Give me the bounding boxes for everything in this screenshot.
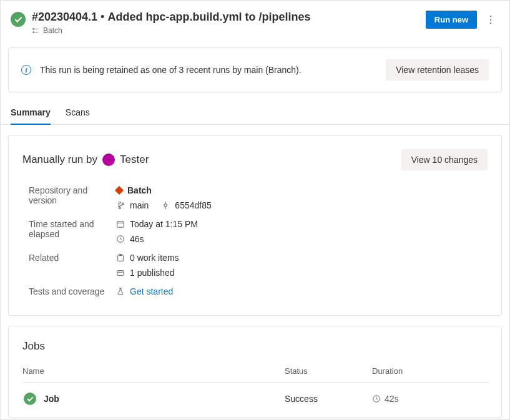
- clock-icon: [372, 394, 381, 403]
- label-related: Related: [29, 253, 109, 278]
- published-link[interactable]: 1 published: [116, 268, 488, 278]
- job-duration-cell: 42s: [372, 394, 488, 404]
- val-repo: Batch main 6554df85: [116, 185, 488, 210]
- pipeline-breadcrumb[interactable]: Batch: [32, 26, 419, 35]
- branch-icon: [116, 201, 125, 210]
- header-actions: Run new ⋮: [426, 11, 499, 29]
- build-title: Added hpc-app.build.yml to /pipelines: [107, 11, 310, 23]
- val-tests: Get started: [116, 286, 488, 296]
- run-new-button[interactable]: Run new: [426, 11, 477, 29]
- col-status: Status: [285, 366, 372, 376]
- job-status: Success: [285, 394, 372, 404]
- tab-scans[interactable]: Scans: [66, 107, 90, 124]
- retention-banner: i This run is being retained as one of 3…: [8, 47, 502, 92]
- run-by-user: Tester: [120, 154, 149, 166]
- success-icon: [11, 12, 26, 27]
- work-items-link[interactable]: 0 work items: [116, 253, 488, 263]
- title-separator: •: [97, 11, 107, 23]
- svg-rect-10: [117, 271, 124, 276]
- commit-icon: [161, 201, 170, 210]
- header-titles: #20230404.1 • Added hpc-app.build.yml to…: [32, 11, 419, 35]
- branch-link[interactable]: main: [116, 200, 149, 210]
- tab-summary[interactable]: Summary: [11, 107, 51, 125]
- more-actions-button[interactable]: ⋮: [482, 11, 499, 28]
- tabs: Summary Scans: [1, 92, 509, 125]
- pipeline-icon: [32, 27, 39, 34]
- job-row[interactable]: Job Success 42s: [22, 382, 488, 418]
- package-icon: [116, 268, 125, 277]
- page-header: #20230404.1 • Added hpc-app.build.yml to…: [1, 1, 509, 40]
- flask-icon: [116, 287, 125, 296]
- val-related: 0 work items 1 published: [116, 253, 488, 278]
- repo-icon: [115, 186, 124, 195]
- col-duration: Duration: [372, 366, 488, 376]
- label-time: Time started and elapsed: [29, 219, 109, 244]
- job-duration: 42s: [385, 394, 399, 404]
- success-icon: [24, 393, 36, 405]
- published-count: 1 published: [130, 268, 175, 278]
- branch-name: main: [130, 200, 149, 210]
- calendar-icon: [116, 220, 125, 228]
- clock-icon: [116, 235, 125, 243]
- commit-hash: 6554df85: [175, 200, 211, 210]
- svg-rect-8: [118, 255, 124, 261]
- view-changes-button[interactable]: View 10 changes: [401, 149, 488, 170]
- svg-rect-3: [117, 222, 124, 228]
- jobs-title: Jobs: [22, 340, 488, 353]
- page-title: #20230404.1 • Added hpc-app.build.yml to…: [32, 11, 419, 24]
- avatar: [102, 154, 115, 166]
- started-time: Today at 1:15 PM: [130, 219, 198, 229]
- pipeline-name: Batch: [43, 26, 62, 35]
- build-id: #20230404.1: [32, 11, 97, 23]
- clipboard-icon: [116, 253, 125, 262]
- repo-link[interactable]: Batch: [116, 185, 488, 195]
- svg-point-0: [164, 204, 167, 207]
- tests-get-started-link[interactable]: Get started: [130, 286, 173, 296]
- elapsed-time: 46s: [130, 234, 144, 244]
- label-repo: Repository and version: [29, 185, 109, 210]
- jobs-card: Jobs Name Status Duration Job Success 42…: [8, 326, 502, 418]
- work-items: 0 work items: [130, 253, 179, 263]
- run-by-prefix: Manually run by: [22, 154, 97, 166]
- job-name-cell: Job: [22, 393, 285, 405]
- view-retention-button[interactable]: View retention leases: [386, 59, 489, 81]
- run-by: Manually run by Tester: [22, 154, 149, 166]
- banner-text: This run is being retained as one of 3 r…: [40, 65, 377, 75]
- label-tests: Tests and coverage: [29, 286, 109, 296]
- info-icon: i: [21, 65, 31, 75]
- job-name: Job: [44, 394, 59, 404]
- val-time: Today at 1:15 PM 46s: [116, 219, 488, 244]
- commit-link[interactable]: 6554df85: [161, 200, 211, 210]
- repo-name: Batch: [127, 185, 152, 195]
- summary-card: Manually run by Tester View 10 changes R…: [8, 135, 502, 316]
- jobs-columns: Name Status Duration: [22, 364, 488, 382]
- summary-header: Manually run by Tester View 10 changes: [22, 149, 488, 170]
- col-name: Name: [22, 366, 285, 376]
- properties-table: Repository and version Batch main 6554df: [22, 185, 488, 296]
